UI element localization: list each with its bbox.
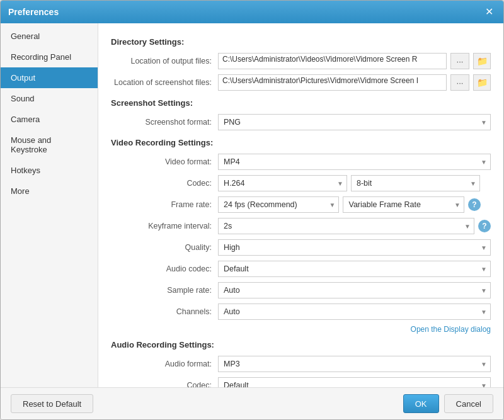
- keyframe-label: Keyframe interval:: [111, 222, 218, 230]
- bit-depth-wrap: 8-bit 10-bit ▼: [351, 175, 480, 191]
- sidebar-item-camera[interactable]: Camera: [1, 109, 98, 130]
- audio-format-row: Audio format: MP3 AAC WAV FLAC ▼: [111, 356, 491, 372]
- codec-controls: H.264 H.265 MPEG-4 ▼ 8-bit 10-bit ▼: [218, 175, 491, 191]
- screenshot-files-controls: C:\Users\Administrator\Pictures\Vidmore\…: [218, 74, 491, 91]
- frame-rate-label: Frame rate:: [111, 200, 218, 209]
- screenshot-format-label: Screenshot format:: [111, 118, 218, 127]
- quality-select[interactable]: High Medium Low Lossless: [218, 239, 491, 256]
- audio-format-select[interactable]: MP3 AAC WAV FLAC: [218, 356, 491, 372]
- frame-rate-controls: 24 fps (Recommend) 30 fps 60 fps ▼ Varia…: [218, 196, 491, 213]
- keyframe-wrap: 2s 4s 6s ▼: [218, 218, 474, 234]
- quality-wrap: High Medium Low Lossless ▼: [218, 239, 491, 256]
- keyframe-select[interactable]: 2s 4s 6s: [218, 218, 474, 234]
- audio-format-label: Audio format:: [111, 360, 218, 368]
- codec-select[interactable]: H.264 H.265 MPEG-4: [218, 175, 347, 191]
- frame-rate-wrap: 24 fps (Recommend) 30 fps 60 fps ▼: [218, 196, 339, 213]
- channels-controls: Auto Mono Stereo ▼: [218, 304, 491, 320]
- keyframe-help-button[interactable]: ?: [478, 220, 491, 232]
- output-files-path: C:\Users\Administrator\Videos\Vidmore\Vi…: [218, 53, 447, 69]
- sample-rate-controls: Auto 44100 Hz 48000 Hz ▼: [218, 282, 491, 298]
- sample-rate-row: Sample rate: Auto 44100 Hz 48000 Hz ▼: [111, 282, 491, 298]
- sidebar-item-general[interactable]: General: [1, 26, 98, 47]
- video-format-label: Video format:: [111, 157, 218, 166]
- main-panel: Directory Settings: Location of output f…: [98, 23, 503, 387]
- keyframe-controls: 2s 4s 6s ▼ ?: [218, 218, 491, 234]
- frame-rate-select[interactable]: 24 fps (Recommend) 30 fps 60 fps: [218, 196, 339, 213]
- video-format-controls: MP4 MOV AVI MKV ▼: [218, 154, 491, 170]
- screenshot-format-wrap: PNG JPG BMP GIF ▼: [218, 114, 491, 130]
- screenshot-files-path: C:\Users\Administrator\Pictures\Vidmore\…: [218, 74, 447, 91]
- ok-button[interactable]: OK: [403, 394, 439, 413]
- preferences-dialog: Preferences ✕ General Recording Panel Ou…: [0, 0, 504, 420]
- audio-codec2-row: Codec: Default MP3 AAC ▼: [111, 377, 491, 387]
- screenshot-section-title: Screenshot Settings:: [111, 98, 491, 108]
- output-files-dots-button[interactable]: ···: [450, 53, 469, 69]
- quality-row: Quality: High Medium Low Lossless ▼: [111, 239, 491, 256]
- audio-format-wrap: MP3 AAC WAV FLAC ▼: [218, 356, 491, 372]
- folder-icon-2: 📁: [477, 77, 488, 88]
- sidebar-item-more[interactable]: More: [1, 181, 98, 201]
- display-link-row: Open the Display dialog: [111, 325, 491, 334]
- footer-right: OK Cancel: [403, 394, 493, 413]
- audio-codec2-select[interactable]: Default MP3 AAC: [218, 377, 491, 387]
- folder-icon: 📁: [477, 56, 488, 66]
- audio-codec2-controls: Default MP3 AAC ▼: [218, 377, 491, 387]
- audio-codec2-wrap: Default MP3 AAC ▼: [218, 377, 491, 387]
- screenshot-format-controls: PNG JPG BMP GIF ▼: [218, 114, 491, 130]
- screenshot-files-folder-button[interactable]: 📁: [473, 74, 491, 91]
- audio-recording-section-title: Audio Recording Settings:: [111, 340, 491, 349]
- variable-frame-rate-select[interactable]: Variable Frame Rate Fixed Frame Rate: [343, 196, 464, 213]
- audio-codec-wrap: Default AAC MP3 ▼: [218, 261, 491, 277]
- video-section-title: Video Recording Settings:: [111, 138, 491, 147]
- sample-rate-wrap: Auto 44100 Hz 48000 Hz ▼: [218, 282, 491, 298]
- sidebar: General Recording Panel Output Sound Cam…: [1, 23, 98, 387]
- audio-codec2-label: Codec:: [111, 381, 218, 387]
- directory-section-title: Directory Settings:: [111, 37, 491, 47]
- frame-rate-row: Frame rate: 24 fps (Recommend) 30 fps 60…: [111, 196, 491, 213]
- channels-select[interactable]: Auto Mono Stereo: [218, 304, 491, 320]
- video-format-select[interactable]: MP4 MOV AVI MKV: [218, 154, 491, 170]
- footer: Reset to Default OK Cancel: [1, 387, 503, 419]
- open-display-link[interactable]: Open the Display dialog: [411, 325, 491, 334]
- video-format-wrap: MP4 MOV AVI MKV ▼: [218, 154, 491, 170]
- channels-wrap: Auto Mono Stereo ▼: [218, 304, 491, 320]
- output-files-row: Location of output files: C:\Users\Admin…: [111, 53, 491, 69]
- cancel-button[interactable]: Cancel: [444, 394, 493, 413]
- quality-label: Quality:: [111, 243, 218, 252]
- screenshot-files-label: Location of screenshot files:: [111, 78, 218, 87]
- codec-wrap: H.264 H.265 MPEG-4 ▼: [218, 175, 347, 191]
- screenshot-files-dots-button[interactable]: ···: [450, 74, 469, 91]
- title-bar: Preferences ✕: [1, 1, 503, 23]
- audio-codec-label: Audio codec:: [111, 264, 218, 273]
- close-button[interactable]: ✕: [483, 6, 496, 18]
- audio-codec-controls: Default AAC MP3 ▼: [218, 261, 491, 277]
- codec-label: Codec:: [111, 179, 218, 188]
- keyframe-row: Keyframe interval: 2s 4s 6s ▼ ?: [111, 218, 491, 234]
- output-files-controls: C:\Users\Administrator\Videos\Vidmore\Vi…: [218, 53, 491, 69]
- audio-codec-row: Audio codec: Default AAC MP3 ▼: [111, 261, 491, 277]
- bit-depth-select[interactable]: 8-bit 10-bit: [351, 175, 480, 191]
- quality-controls: High Medium Low Lossless ▼: [218, 239, 491, 256]
- output-files-folder-button[interactable]: 📁: [473, 53, 491, 69]
- codec-row: Codec: H.264 H.265 MPEG-4 ▼ 8-bit 10-: [111, 175, 491, 191]
- screenshot-files-row: Location of screenshot files: C:\Users\A…: [111, 74, 491, 91]
- sidebar-item-mouse-keystroke[interactable]: Mouse and Keystroke: [1, 130, 98, 160]
- screenshot-format-select[interactable]: PNG JPG BMP GIF: [218, 114, 491, 130]
- sidebar-item-recording-panel[interactable]: Recording Panel: [1, 47, 98, 67]
- video-format-row: Video format: MP4 MOV AVI MKV ▼: [111, 154, 491, 170]
- sample-rate-select[interactable]: Auto 44100 Hz 48000 Hz: [218, 282, 491, 298]
- sidebar-item-output[interactable]: Output: [1, 67, 98, 88]
- dialog-title: Preferences: [8, 7, 59, 17]
- output-files-label: Location of output files:: [111, 57, 218, 65]
- dialog-content: General Recording Panel Output Sound Cam…: [1, 23, 503, 387]
- channels-row: Channels: Auto Mono Stereo ▼: [111, 304, 491, 320]
- screenshot-format-row: Screenshot format: PNG JPG BMP GIF ▼: [111, 114, 491, 130]
- audio-codec-select[interactable]: Default AAC MP3: [218, 261, 491, 277]
- frame-rate-help-button[interactable]: ?: [468, 198, 481, 211]
- reset-button[interactable]: Reset to Default: [11, 394, 93, 413]
- sidebar-item-hotkeys[interactable]: Hotkeys: [1, 160, 98, 181]
- audio-format-controls: MP3 AAC WAV FLAC ▼: [218, 356, 491, 372]
- sample-rate-label: Sample rate:: [111, 286, 218, 295]
- variable-frame-rate-wrap: Variable Frame Rate Fixed Frame Rate ▼: [343, 196, 464, 213]
- sidebar-item-sound[interactable]: Sound: [1, 88, 98, 109]
